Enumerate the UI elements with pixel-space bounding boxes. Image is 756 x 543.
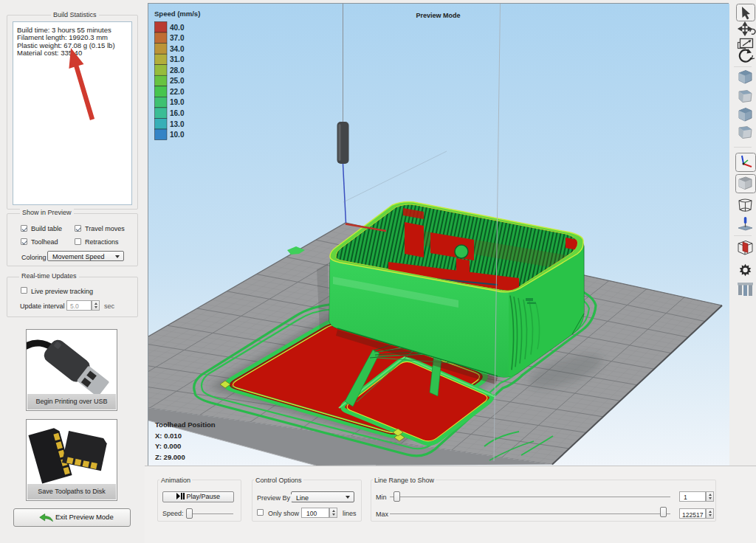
svg-text:40.0: 40.0 xyxy=(170,24,185,32)
svg-text:28.0: 28.0 xyxy=(170,66,185,75)
svg-text:X: 0.010: X: 0.010 xyxy=(155,432,182,440)
svg-text:10.0: 10.0 xyxy=(170,131,185,139)
svg-text:31.0: 31.0 xyxy=(170,55,185,63)
svg-text:Z: 29.000: Z: 29.000 xyxy=(155,453,185,461)
svg-text:34.0: 34.0 xyxy=(170,45,185,53)
svg-text:19.0: 19.0 xyxy=(170,98,185,106)
svg-text:22.0: 22.0 xyxy=(170,88,185,96)
svg-text:Y: 0.000: Y: 0.000 xyxy=(155,442,181,450)
svg-text:Toolhead Position: Toolhead Position xyxy=(155,421,216,429)
svg-text:37.0: 37.0 xyxy=(170,34,185,42)
svg-text:25.0: 25.0 xyxy=(170,77,185,85)
svg-text:Preview Mode: Preview Mode xyxy=(416,12,460,19)
svg-text:Speed (mm/s): Speed (mm/s) xyxy=(154,10,200,18)
svg-text:13.0: 13.0 xyxy=(170,120,185,128)
svg-text:16.0: 16.0 xyxy=(170,109,185,117)
